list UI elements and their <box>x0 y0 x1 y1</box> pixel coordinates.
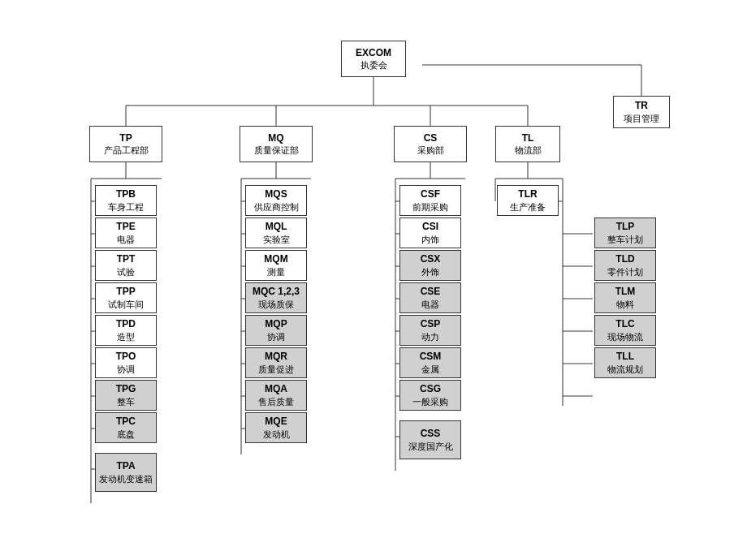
mql-node: MQL 实验室 <box>245 218 307 248</box>
tpo-top: TPO <box>116 351 136 364</box>
tp-label-top: TP <box>119 132 132 145</box>
tpg-node: TPG 整车 <box>95 380 157 411</box>
tpe-bot: 电器 <box>117 234 135 245</box>
tlm-top: TLM <box>615 286 636 299</box>
csg-node: CSG 一般采购 <box>399 380 461 411</box>
mq-label-bot: 质量保证部 <box>254 144 299 156</box>
mqa-bot: 售后质量 <box>258 396 294 407</box>
css-bot: 深度国产化 <box>408 441 453 452</box>
csi-bot: 内饰 <box>421 234 439 245</box>
mqm-top: MQM <box>264 253 287 266</box>
mqe-bot: 发动机 <box>263 429 290 440</box>
tpg-bot: 整车 <box>117 396 135 407</box>
mqm-node: MQM 测量 <box>245 250 307 281</box>
tl-node: TL 物流部 <box>495 126 560 162</box>
tlc-top: TLC <box>615 318 634 331</box>
tlm-node: TLM 物料 <box>594 282 656 313</box>
mqe-top: MQE <box>265 416 287 429</box>
cse-node: CSE 电器 <box>399 282 461 313</box>
mqc-node: MQC 1,2,3 现场质保 <box>245 282 307 313</box>
mq-label-top: MQ <box>268 132 283 145</box>
tl-label-bot: 物流部 <box>515 144 542 156</box>
tlc-bot: 现场物流 <box>607 331 643 342</box>
mql-top: MQL <box>266 221 287 234</box>
mq-node: MQ 质量保证部 <box>240 126 313 162</box>
mqr-node: MQR 质量促进 <box>245 347 307 378</box>
tlp-top: TLP <box>616 221 635 234</box>
tld-node: TLD 零件计划 <box>594 250 656 281</box>
tpe-node: TPE 电器 <box>95 218 157 248</box>
cs-label-top: CS <box>424 132 438 145</box>
csp-bot: 动力 <box>421 331 439 342</box>
tr-node: TR 项目管理 <box>613 96 670 128</box>
tlr-node: TLR 生产准备 <box>497 185 559 216</box>
org-chart: EXCOM 执委会 TR 项目管理 TP 产品工程部 MQ 质量保证部 CS 采… <box>0 0 747 560</box>
tpa-bot: 发动机变速箱 <box>99 473 153 485</box>
mqp-bot: 协调 <box>267 331 285 342</box>
mqc-bot: 现场质保 <box>258 299 294 310</box>
tpt-bot: 试验 <box>117 266 135 278</box>
cse-bot: 电器 <box>421 299 439 310</box>
csx-bot: 外饰 <box>421 266 439 278</box>
csm-node: CSM 金属 <box>399 347 461 378</box>
tld-top: TLD <box>615 253 634 266</box>
tpt-top: TPT <box>117 253 136 266</box>
tlr-bot: 生产准备 <box>510 201 546 213</box>
csg-top: CSG <box>420 383 441 396</box>
tlr-top: TLR <box>518 188 537 201</box>
tlp-bot: 整车计划 <box>607 234 643 245</box>
excom-label-bot: 执委会 <box>361 59 387 71</box>
tpd-node: TPD 造型 <box>95 315 157 346</box>
css-node: CSS 深度国产化 <box>399 420 461 459</box>
mqr-top: MQR <box>265 351 287 364</box>
tpc-bot: 底盘 <box>117 429 135 440</box>
tr-label-top: TR <box>635 100 648 113</box>
tpa-node: TPA 发动机变速箱 <box>95 453 157 492</box>
csp-node: CSP 动力 <box>399 315 461 346</box>
csx-top: CSX <box>421 253 441 266</box>
csf-top: CSF <box>421 188 440 201</box>
tpc-top: TPC <box>116 416 136 429</box>
csi-node: CSI 内饰 <box>399 218 461 248</box>
csp-top: CSP <box>421 318 441 331</box>
tpp-node: TPP 试制车间 <box>95 282 157 313</box>
csx-node: CSX 外饰 <box>399 250 461 281</box>
tpb-node: TPB 车身工程 <box>95 185 157 216</box>
cs-node: CS 采购部 <box>394 126 467 162</box>
tpb-bot: 车身工程 <box>108 201 144 213</box>
tpc-node: TPC 底盘 <box>95 412 157 443</box>
tpp-top: TPP <box>116 286 135 299</box>
tp-label-bot: 产品工程部 <box>104 144 149 156</box>
mqs-bot: 供应商控制 <box>254 201 299 213</box>
tpe-top: TPE <box>116 221 135 234</box>
excom-label-top: EXCOM <box>356 47 391 60</box>
csi-top: CSI <box>422 221 438 234</box>
mqs-node: MQS 供应商控制 <box>245 185 307 216</box>
mqa-node: MQA 售后质量 <box>245 380 307 411</box>
cse-top: CSE <box>421 286 441 299</box>
tpb-top: TPB <box>116 188 136 201</box>
tll-bot: 物流规划 <box>607 364 643 375</box>
tpd-top: TPD <box>116 318 136 331</box>
csm-top: CSM <box>420 351 442 364</box>
mql-bot: 实验室 <box>263 234 290 245</box>
tlm-bot: 物料 <box>616 299 634 310</box>
mqm-bot: 测量 <box>267 266 285 278</box>
mqp-top: MQP <box>265 318 287 331</box>
tl-label-top: TL <box>522 132 534 145</box>
mqe-node: MQE 发动机 <box>245 412 307 443</box>
tll-top: TLL <box>616 351 634 364</box>
mqs-top: MQS <box>265 188 287 201</box>
tp-node: TP 产品工程部 <box>89 126 162 162</box>
tpo-bot: 协调 <box>117 364 135 375</box>
tpo-node: TPO 协调 <box>95 347 157 378</box>
tpt-node: TPT 试验 <box>95 250 157 281</box>
mqa-top: MQA <box>265 383 287 396</box>
tr-label-bot: 项目管理 <box>624 113 659 124</box>
tlp-node: TLP 整车计划 <box>594 218 656 248</box>
tlc-node: TLC 现场物流 <box>594 315 656 346</box>
tpd-bot: 造型 <box>117 331 135 342</box>
csf-node: CSF 前期采购 <box>399 185 461 216</box>
tpg-top: TPG <box>116 383 136 396</box>
css-top: CSS <box>421 428 441 441</box>
